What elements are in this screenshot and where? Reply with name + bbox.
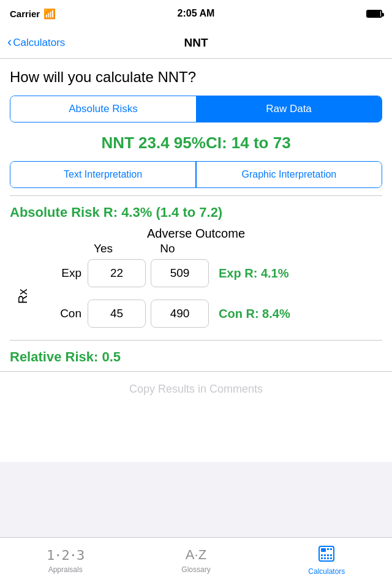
tab-bar: 1·2·3 Appraisals A·Z Glossary Calc [0,537,392,588]
table-row: Exp 22 509 Exp R: 4.1% [32,259,376,287]
relative-risk-label: Relative Risk: 0.5 [10,349,382,365]
rx-section: Rx [16,263,32,330]
svg-rect-5 [324,554,326,556]
chevron-left-icon: ‹ [7,36,12,49]
page-title: NNT [184,36,208,50]
table-title: Adverse Outcome [16,227,376,241]
tab-glossary[interactable]: A·Z Glossary [172,547,221,574]
con-no-input[interactable]: 490 [151,300,209,328]
section-divider [10,195,382,196]
svg-rect-8 [321,557,323,559]
nav-bar: ‹ Calculators NNT [0,27,392,59]
rows-stack: Exp 22 509 Exp R: 4.1% Con 45 490 Con R:… [32,259,376,334]
con-yes-input[interactable]: 45 [88,300,146,328]
nnt-result: NNT 23.4 95%CI: 14 to 73 [10,134,382,153]
svg-rect-11 [330,557,332,559]
svg-rect-2 [327,548,329,550]
svg-rect-10 [327,557,329,559]
col-headers: Yes No [16,242,376,255]
exp-no-input[interactable]: 509 [151,259,209,287]
table-row: Con 45 490 Con R: 8.4% [32,300,376,328]
question-label: How will you calculate NNT? [10,69,382,86]
svg-rect-1 [321,548,326,552]
appraisals-icon: 1·2·3 [47,548,84,563]
exp-result: Exp R: 4.1% [219,266,288,281]
section-divider-2 [10,340,382,341]
exp-yes-input[interactable]: 22 [88,259,146,287]
tab-appraisals[interactable]: 1·2·3 Appraisals [41,548,90,574]
rx-label: Rx [16,263,30,330]
carrier-label: Carrier [10,9,40,19]
content-area: How will you calculate NNT? Absolute Ris… [0,59,392,462]
tab-calculators[interactable]: Calculators [302,545,351,576]
interpretation-control: Text Interpretation Graphic Interpretati… [10,161,382,188]
con-result: Con R: 8.4% [219,307,290,321]
svg-rect-4 [321,554,323,556]
glossary-icon: A·Z [186,547,206,563]
svg-rect-3 [330,548,332,550]
con-label: Con [32,307,88,320]
appraisals-label: Appraisals [48,565,83,574]
back-label: Calculators [13,37,65,49]
svg-rect-6 [327,554,329,556]
back-button[interactable]: ‹ Calculators [7,37,65,49]
svg-rect-7 [330,554,332,556]
calculators-icon [318,545,335,565]
text-interpretation-tab[interactable]: Text Interpretation [10,162,195,187]
battery-icon [366,10,382,18]
exp-label: Exp [32,266,88,280]
time-label: 2:05 AM [178,8,215,19]
calculators-label: Calculators [308,567,345,576]
svg-rect-9 [324,557,326,559]
graphic-interpretation-tab[interactable]: Graphic Interpretation [197,162,382,187]
col-header-no: No [135,242,200,255]
table-body: Rx Exp 22 509 Exp R: 4.1% Con 45 [16,259,376,334]
absolute-risks-tab[interactable]: Absolute Risks [10,96,196,122]
raw-data-tab[interactable]: Raw Data [196,96,382,122]
data-table: Adverse Outcome Yes No Rx Exp 22 509 [10,227,382,334]
col-header-yes: Yes [71,242,135,255]
wifi-icon: 📶 [43,8,56,20]
glossary-label: Glossary [181,565,210,574]
copy-results-button[interactable]: Copy Results in Comments [0,371,392,407]
absolute-risk-label: Absolute Risk R: 4.3% (1.4 to 7.2) [10,205,382,221]
calculation-type-control: Absolute Risks Raw Data [10,96,382,123]
status-bar: Carrier 📶 2:05 AM [0,0,392,27]
